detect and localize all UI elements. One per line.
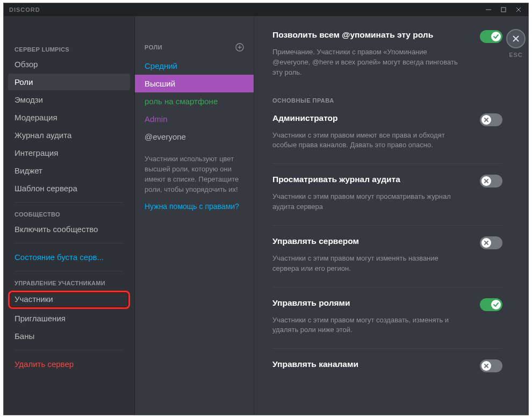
toggle-manage-server[interactable] — [480, 236, 502, 249]
sidebar-item-moderation[interactable]: Модерация — [8, 109, 130, 126]
sidebar-item-widget[interactable]: Виджет — [8, 162, 130, 179]
app-title: DISCORD — [9, 6, 40, 13]
section-general-rights: ОСНОВНЫЕ ПРАВА — [272, 97, 502, 104]
titlebar: DISCORD — [4, 3, 528, 16]
sidebar-item-integration[interactable]: Интеграция — [8, 145, 130, 161]
sidebar-header-members: УПРАВЛЕНИЕ УЧАСТНИКАМИ — [8, 277, 130, 290]
perm-manage-channels-title: Управлять каналами — [272, 359, 358, 369]
roles-help-link[interactable]: Нужна помощь с правами? — [135, 202, 254, 211]
toggle-audit[interactable] — [480, 175, 502, 188]
sidebar-item-bans[interactable]: Баны — [8, 328, 130, 344]
sidebar-header-server: СЕРВЕР LUMPICS — [8, 43, 130, 56]
perm-admin-note: Участники с этим правом имеют все права … — [272, 131, 466, 151]
role-item-everyone[interactable]: @everyone — [135, 128, 254, 146]
sidebar-item-delete-server[interactable]: Удалить сервер — [8, 356, 130, 372]
sidebar-item-roles[interactable]: Роли — [8, 74, 130, 90]
toggle-manage-channels[interactable] — [480, 359, 502, 372]
perm-manage-roles-note: Участники с этим правом могут создавать,… — [272, 315, 466, 336]
close-window-button[interactable] — [511, 4, 526, 16]
roles-header-label: РОЛИ — [145, 44, 162, 51]
sidebar-item-audit[interactable]: Журнал аудита — [8, 127, 130, 143]
perm-allow-mention-title: Позволить всем @упоминать эту роль — [272, 30, 433, 40]
perm-divider — [272, 287, 502, 287]
sidebar-item-overview[interactable]: Обзор — [8, 56, 130, 73]
perm-allow-mention-note: Примечание. Участники с правом «Упоминан… — [272, 47, 466, 78]
roles-hint: Участники используют цвет высшей роли, к… — [135, 146, 254, 202]
permissions-panel: ESC Позволить всем @упоминать эту роль П… — [254, 16, 528, 415]
role-item-vysshiy[interactable]: Высший — [135, 75, 254, 92]
perm-admin-title: Администратор — [272, 113, 338, 123]
sidebar-item-template[interactable]: Шаблон сервера — [8, 180, 130, 197]
sidebar-divider — [15, 271, 124, 271]
perm-audit-note: Участники с этим правом могут просматрив… — [272, 192, 466, 212]
sidebar-header-community: СООБЩЕСТВО — [8, 208, 130, 221]
sidebar-item-emoji[interactable]: Эмодзи — [8, 91, 130, 108]
role-item-sredniy[interactable]: Средний — [135, 57, 254, 75]
perm-divider — [272, 348, 502, 349]
sidebar-item-boost-status[interactable]: Состояние буста серв... — [8, 249, 130, 265]
minimize-button[interactable] — [481, 4, 496, 16]
sidebar-item-enable-community[interactable]: Включить сообщество — [8, 221, 130, 237]
add-role-icon[interactable] — [235, 43, 244, 52]
perm-divider — [272, 225, 502, 226]
sidebar-item-invites[interactable]: Приглашения — [8, 310, 130, 327]
perm-manage-server-note: Участники с этим правом могут изменять н… — [272, 254, 466, 274]
role-item-smartphone[interactable]: роль на смартфоне — [135, 92, 254, 110]
roles-column: РОЛИ Средний Высший роль на смартфоне Ad… — [135, 16, 254, 415]
perm-audit-title: Просматривать журнал аудита — [272, 175, 400, 184]
perm-manage-roles-title: Управлять ролями — [272, 298, 350, 308]
role-item-admin[interactable]: Admin — [135, 110, 254, 128]
sidebar-divider — [15, 202, 124, 203]
toggle-allow-mention[interactable] — [480, 30, 502, 43]
sidebar-divider — [15, 243, 124, 243]
svg-rect-1 — [501, 8, 506, 12]
perm-divider — [272, 163, 502, 164]
perm-manage-server-title: Управлять сервером — [272, 236, 359, 246]
close-settings-button[interactable] — [506, 29, 526, 48]
sidebar-divider — [15, 350, 124, 350]
toggle-manage-roles[interactable] — [480, 298, 502, 311]
toggle-admin[interactable] — [480, 113, 502, 126]
esc-label: ESC — [509, 52, 523, 58]
sidebar-item-members[interactable]: Участники — [8, 291, 130, 309]
maximize-button[interactable] — [496, 4, 511, 16]
settings-sidebar: СЕРВЕР LUMPICS Обзор Роли Эмодзи Модерац… — [4, 16, 135, 415]
